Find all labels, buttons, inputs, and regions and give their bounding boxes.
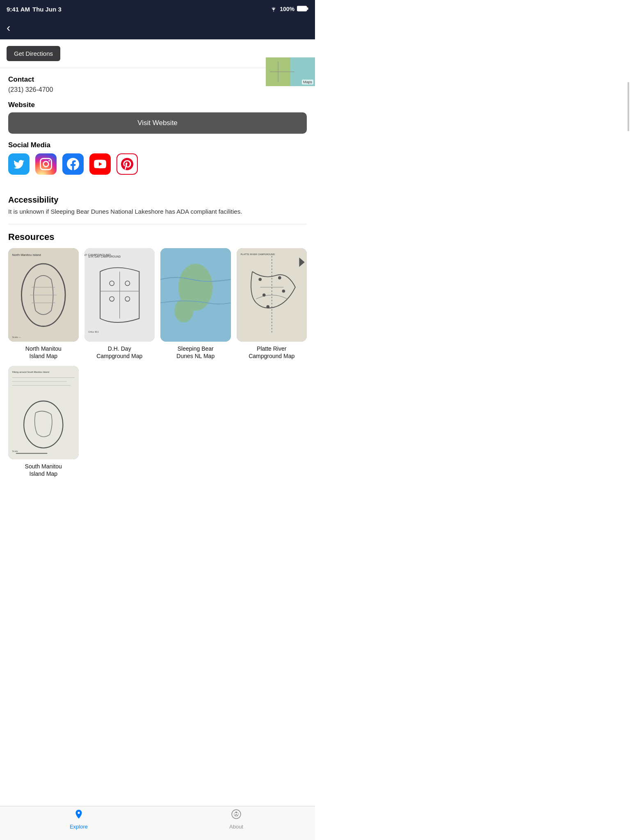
resource-label-4: Platte RiverCampground Map	[249, 345, 294, 360]
battery-level: 100%	[280, 6, 294, 12]
resource-item-5[interactable]: Hiking around South Manitou Island Scale	[8, 366, 79, 478]
svg-text:Hiking around South Manitou Is: Hiking around South Manitou Island	[12, 371, 49, 373]
status-time: 9:41 AM	[7, 6, 30, 13]
resources-section: Resources North Manitou Island	[8, 232, 307, 478]
main-content: Contact (231) 326-4700 Website Visit Web…	[0, 75, 315, 478]
svg-point-18	[125, 281, 130, 285]
resources-label: Resources	[8, 232, 307, 242]
svg-point-29	[282, 289, 285, 292]
svg-text:North Manitou Island: North Manitou Island	[12, 253, 41, 257]
status-icons: 100%	[270, 6, 308, 13]
svg-point-20	[125, 297, 130, 301]
svg-text:PLATTE RIVER CAMPGROUND: PLATTE RIVER CAMPGROUND	[240, 253, 275, 256]
youtube-icon[interactable]	[89, 153, 111, 175]
page-content: Contact (231) 326-4700 Website Visit Web…	[0, 75, 315, 527]
svg-point-17	[109, 281, 114, 285]
placeholder-3	[160, 366, 231, 478]
svg-rect-25	[160, 248, 231, 342]
maps-label: Maps	[302, 80, 313, 84]
resource-thumbnail-4: PLATTE RIVER CAMPGROUND	[237, 248, 307, 342]
resource-label-2: D.H. DayCampground Map	[96, 345, 142, 360]
resource-thumbnail-2: D.H. DAY CAMPGROUND D.H. DAY CAMPGROUND …	[84, 248, 155, 342]
nav-bar: ‹	[0, 18, 315, 39]
facebook-icon[interactable]	[62, 153, 84, 175]
resource-thumbnail-3	[160, 248, 231, 342]
website-label: Website	[8, 101, 307, 109]
pinterest-icon[interactable]	[116, 153, 138, 175]
wifi-icon	[270, 6, 277, 13]
social-media-section: Social Media	[8, 141, 307, 175]
status-time-area: 9:41 AM Thu Jun 3	[7, 6, 62, 13]
svg-text:Scale: Scale	[12, 450, 18, 452]
resource-item-2[interactable]: D.H. DAY CAMPGROUND D.H. DAY CAMPGROUND …	[84, 248, 155, 360]
visit-website-button[interactable]: Visit Website	[8, 112, 307, 134]
svg-marker-32	[299, 257, 304, 267]
social-icons-row	[8, 153, 307, 175]
resource-item-1[interactable]: North Manitou Island Scale — North Manit…	[8, 248, 79, 360]
resource-label-3: Sleeping BearDunes NL Map	[176, 345, 215, 360]
svg-point-19	[109, 297, 114, 301]
svg-point-0	[273, 11, 274, 11]
resource-label-1: North ManitouIsland Map	[25, 345, 62, 360]
svg-text:Scale —: Scale —	[12, 336, 21, 338]
website-section: Website Visit Website	[8, 101, 307, 134]
top-area: Get Directions Maps	[0, 39, 315, 68]
resource-thumbnail-1: North Manitou Island Scale —	[8, 248, 79, 342]
placeholder-4	[237, 366, 307, 478]
svg-point-27	[258, 278, 262, 281]
resource-item-3[interactable]: Sleeping BearDunes NL Map	[160, 248, 231, 360]
resources-grid-row2: Hiking around South Manitou Island Scale	[8, 366, 307, 478]
svg-point-31	[266, 305, 269, 308]
svg-point-37	[24, 401, 63, 447]
accessibility-text: It is unknown if Sleeping Bear Dunes Nat…	[8, 207, 307, 217]
svg-point-30	[262, 293, 265, 297]
svg-rect-2	[307, 7, 308, 10]
resource-label-5: South ManitouIsland Map	[25, 463, 62, 477]
resource-thumbnail-5: Hiking around South Manitou Island Scale	[8, 366, 79, 460]
battery-icon	[297, 6, 308, 13]
status-day: Thu Jun 3	[32, 6, 62, 13]
divider	[8, 224, 307, 224]
svg-point-28	[278, 276, 281, 279]
resource-item-4[interactable]: PLATTE RIVER CAMPGROUND	[237, 248, 307, 360]
resources-grid-row1: North Manitou Island Scale — North Manit…	[8, 248, 307, 360]
svg-rect-1	[297, 6, 307, 11]
contact-section: Contact (231) 326-4700	[8, 75, 307, 94]
map-preview[interactable]: Maps	[266, 57, 315, 86]
back-button[interactable]: ‹	[7, 22, 10, 34]
svg-text:CALL 911: CALL 911	[88, 330, 98, 333]
contact-phone[interactable]: (231) 326-4700	[8, 86, 307, 94]
accessibility-label: Accessibility	[8, 195, 307, 205]
get-directions-button[interactable]: Get Directions	[7, 46, 60, 61]
status-bar: 9:41 AM Thu Jun 3 100%	[0, 0, 315, 18]
instagram-icon[interactable]	[35, 153, 57, 175]
accessibility-section: Accessibility It is unknown if Sleeping …	[8, 195, 307, 217]
svg-text:D.H. DAY CAMPGROUND: D.H. DAY CAMPGROUND	[88, 255, 121, 258]
contact-label: Contact	[8, 75, 307, 84]
placeholder-2	[84, 366, 155, 478]
social-media-label: Social Media	[8, 141, 307, 149]
twitter-icon[interactable]	[8, 153, 30, 175]
